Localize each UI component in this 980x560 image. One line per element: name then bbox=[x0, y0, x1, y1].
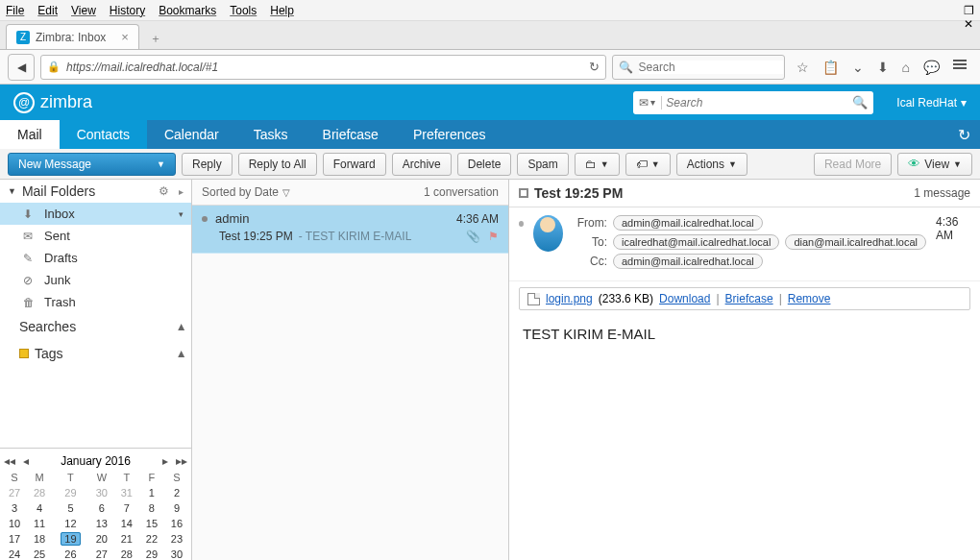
url-input[interactable] bbox=[66, 61, 583, 74]
delete-button[interactable]: Delete bbox=[457, 153, 512, 176]
cal-day[interactable]: 21 bbox=[114, 531, 139, 547]
menu-file[interactable]: File bbox=[6, 4, 24, 17]
cal-day[interactable]: 24 bbox=[2, 547, 27, 560]
cal-day[interactable]: 11 bbox=[27, 516, 52, 531]
cal-title[interactable]: January 2016 bbox=[35, 454, 157, 468]
firefox-menubar[interactable]: File Edit View History Bookmarks Tools H… bbox=[0, 0, 980, 21]
search-submit-icon[interactable]: 🔍 bbox=[852, 95, 868, 110]
from-address[interactable]: admin@mail.icalredhat.local bbox=[613, 215, 763, 231]
new-tab-button[interactable]: ＋ bbox=[145, 28, 166, 49]
collapse-icon[interactable]: ▼ bbox=[8, 186, 16, 196]
cal-day[interactable]: 5 bbox=[52, 500, 89, 516]
cal-day[interactable]: 27 bbox=[89, 547, 114, 560]
browser-search-input[interactable] bbox=[639, 61, 783, 74]
list-header[interactable]: Sorted by Date ▽ 1 conversation bbox=[192, 180, 508, 206]
chevron-down-icon[interactable]: ▾ bbox=[179, 209, 184, 219]
browser-tab[interactable]: Z Zimbra: Inbox × bbox=[6, 24, 139, 49]
cal-day[interactable]: 30 bbox=[89, 485, 114, 500]
tab-calendar[interactable]: Calendar bbox=[147, 120, 236, 149]
mail-folders-header[interactable]: ▼ Mail Folders ⚙ ▸ bbox=[0, 180, 191, 203]
expand-icon[interactable] bbox=[519, 188, 528, 198]
menu-view[interactable]: View bbox=[71, 4, 96, 17]
cal-day[interactable]: 4 bbox=[27, 500, 52, 516]
refresh-icon[interactable]: ↻ bbox=[947, 120, 980, 149]
cal-day[interactable]: 16 bbox=[164, 516, 189, 531]
cal-day[interactable]: 10 bbox=[2, 516, 27, 531]
folder-junk[interactable]: ⊘Junk bbox=[0, 269, 191, 291]
cal-day[interactable]: 3 bbox=[2, 500, 27, 516]
cal-next-month[interactable]: ▸ bbox=[160, 454, 170, 468]
hamburger-menu-icon[interactable] bbox=[953, 60, 967, 75]
bookmark-star-icon[interactable]: ☆ bbox=[796, 60, 809, 75]
back-button[interactable]: ◀ bbox=[8, 54, 35, 81]
cal-next-year[interactable]: ▸▸ bbox=[174, 454, 189, 468]
menu-edit[interactable]: Edit bbox=[37, 4, 58, 17]
tab-briefcase[interactable]: Briefcase bbox=[306, 120, 396, 149]
gear-icon[interactable]: ⚙ bbox=[159, 184, 169, 198]
window-close-button[interactable]: ✕ bbox=[964, 17, 974, 31]
to-address-2[interactable]: dian@mail.icalredhat.local bbox=[785, 234, 926, 250]
url-bar[interactable]: 🔒 ↻ bbox=[40, 55, 606, 80]
cal-day[interactable]: 28 bbox=[114, 547, 139, 560]
cal-day[interactable]: 15 bbox=[139, 516, 164, 531]
attachment-remove[interactable]: Remove bbox=[788, 292, 831, 305]
tag-button[interactable]: 🏷▼ bbox=[625, 153, 671, 176]
to-address-1[interactable]: icalredhat@mail.icalredhat.local bbox=[613, 234, 779, 250]
tags-section[interactable]: Tags▶ bbox=[0, 340, 191, 367]
chevron-down-icon[interactable]: ▼ bbox=[157, 159, 165, 169]
cal-day[interactable]: 30 bbox=[164, 547, 189, 560]
cal-day[interactable]: 29 bbox=[139, 547, 164, 560]
home-icon[interactable]: ⌂ bbox=[902, 60, 910, 75]
downloads-icon[interactable]: ⬇ bbox=[877, 60, 889, 75]
cal-day[interactable]: 6 bbox=[89, 500, 114, 516]
cal-prev-year[interactable]: ◂◂ bbox=[2, 454, 17, 468]
cal-day[interactable]: 17 bbox=[2, 531, 27, 547]
search-scope-mail-icon[interactable]: ✉ ▾ bbox=[639, 96, 662, 110]
reply-all-button[interactable]: Reply to All bbox=[238, 153, 317, 176]
cal-day[interactable]: 23 bbox=[164, 531, 189, 547]
cal-day[interactable]: 22 bbox=[139, 531, 164, 547]
cal-day[interactable]: 28 bbox=[27, 485, 52, 500]
folder-drafts[interactable]: ✎Drafts bbox=[0, 247, 191, 269]
cc-address[interactable]: admin@mail.icalredhat.local bbox=[613, 254, 763, 269]
flag-icon[interactable]: ⚑ bbox=[488, 230, 499, 243]
folder-inbox[interactable]: ⬇Inbox▾ bbox=[0, 203, 191, 225]
zimbra-search-bar[interactable]: ✉ ▾ 🔍 bbox=[633, 91, 873, 114]
cal-day[interactable]: 7 bbox=[114, 500, 139, 516]
cal-day[interactable]: 31 bbox=[114, 485, 139, 500]
cal-day[interactable]: 25 bbox=[27, 547, 52, 560]
cal-day[interactable]: 19 bbox=[52, 531, 89, 547]
cal-day[interactable]: 12 bbox=[52, 516, 89, 531]
attachment-briefcase[interactable]: Briefcase bbox=[725, 292, 773, 305]
cal-day[interactable]: 9 bbox=[164, 500, 189, 516]
actions-button[interactable]: Actions▼ bbox=[676, 153, 747, 176]
cal-day[interactable]: 14 bbox=[114, 516, 139, 531]
user-menu[interactable]: Ical RedHat ▾ bbox=[896, 96, 967, 110]
chat-icon[interactable]: 💬 bbox=[923, 60, 940, 75]
folder-trash[interactable]: 🗑Trash bbox=[0, 291, 191, 313]
tab-mail[interactable]: Mail bbox=[0, 120, 60, 149]
folder-sent[interactable]: ✉Sent bbox=[0, 225, 191, 247]
menu-history[interactable]: History bbox=[110, 4, 145, 17]
new-message-button[interactable]: New Message▼ bbox=[8, 153, 176, 176]
calendar-grid[interactable]: SMTWTFS 27282930311234567891011121314151… bbox=[2, 470, 189, 560]
view-button[interactable]: 👁View▼ bbox=[897, 153, 972, 176]
menu-tools[interactable]: Tools bbox=[230, 4, 257, 17]
forward-button[interactable]: Forward bbox=[323, 153, 386, 176]
menu-help[interactable]: Help bbox=[270, 4, 294, 17]
cal-day[interactable]: 27 bbox=[2, 485, 27, 500]
archive-button[interactable]: Archive bbox=[392, 153, 452, 176]
tab-contacts[interactable]: Contacts bbox=[60, 120, 147, 149]
searches-section[interactable]: Searches▶ bbox=[0, 313, 191, 340]
tab-preferences[interactable]: Preferences bbox=[396, 120, 502, 149]
attachment-download[interactable]: Download bbox=[659, 292, 710, 305]
clipboard-icon[interactable]: 📋 bbox=[822, 60, 839, 75]
pocket-icon[interactable]: ⌄ bbox=[852, 60, 864, 75]
message-item[interactable]: admin 4:36 AM Test 19:25 PM - TEST KIRIM… bbox=[192, 206, 508, 254]
reply-button[interactable]: Reply bbox=[182, 153, 233, 176]
cal-day[interactable]: 1 bbox=[139, 485, 164, 500]
window-maximize-button[interactable]: ❐ bbox=[964, 4, 974, 17]
attachment-name[interactable]: login.png bbox=[546, 292, 593, 305]
sort-control[interactable]: Sorted by Date ▽ bbox=[202, 185, 290, 199]
chevron-right-icon[interactable]: ▸ bbox=[179, 186, 184, 197]
